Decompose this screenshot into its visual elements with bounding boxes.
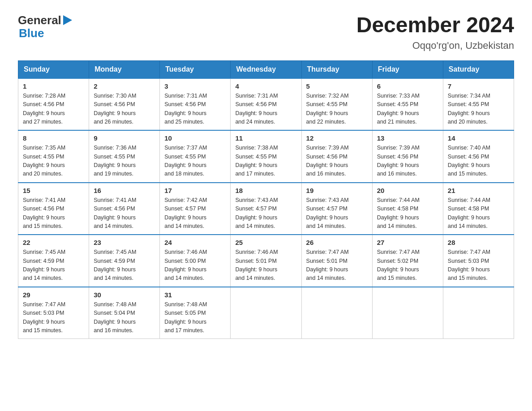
- week-row-5: 29 Sunrise: 7:47 AM Sunset: 5:03 PM Dayl…: [18, 287, 514, 339]
- day-info: Sunrise: 7:43 AM Sunset: 4:57 PM Dayligh…: [306, 196, 368, 231]
- day-number: 22: [23, 239, 84, 246]
- day-info: Sunrise: 7:31 AM Sunset: 4:56 PM Dayligh…: [235, 92, 296, 127]
- day-number: 11: [235, 134, 296, 142]
- calendar-cell: 30 Sunrise: 7:48 AM Sunset: 5:04 PM Dayl…: [89, 287, 160, 339]
- day-info: Sunrise: 7:48 AM Sunset: 5:04 PM Dayligh…: [94, 300, 155, 335]
- calendar-cell: 18 Sunrise: 7:43 AM Sunset: 4:57 PM Dayl…: [231, 183, 301, 235]
- day-number: 2: [94, 82, 155, 90]
- day-info: Sunrise: 7:47 AM Sunset: 5:01 PM Dayligh…: [306, 248, 368, 283]
- calendar-cell: 11 Sunrise: 7:38 AM Sunset: 4:55 PM Dayl…: [231, 130, 301, 183]
- day-number: 9: [94, 134, 155, 142]
- calendar-cell: 21 Sunrise: 7:44 AM Sunset: 4:58 PM Dayl…: [443, 183, 514, 235]
- day-number: 7: [448, 82, 509, 90]
- day-info: Sunrise: 7:39 AM Sunset: 4:56 PM Dayligh…: [306, 144, 368, 179]
- day-info: Sunrise: 7:41 AM Sunset: 4:56 PM Dayligh…: [94, 196, 155, 231]
- calendar-cell: 29 Sunrise: 7:47 AM Sunset: 5:03 PM Dayl…: [18, 287, 89, 339]
- day-info: Sunrise: 7:37 AM Sunset: 4:55 PM Dayligh…: [164, 144, 226, 179]
- day-number: 12: [306, 134, 368, 142]
- header-tuesday: Tuesday: [160, 60, 231, 78]
- day-number: 27: [377, 239, 438, 246]
- month-title: December 2024: [356, 13, 514, 37]
- day-number: 14: [448, 134, 509, 142]
- day-info: Sunrise: 7:32 AM Sunset: 4:55 PM Dayligh…: [306, 92, 368, 127]
- day-info: Sunrise: 7:45 AM Sunset: 4:59 PM Dayligh…: [23, 248, 84, 283]
- calendar-cell: 10 Sunrise: 7:37 AM Sunset: 4:55 PM Dayl…: [160, 130, 231, 183]
- week-row-2: 8 Sunrise: 7:35 AM Sunset: 4:55 PM Dayli…: [18, 130, 514, 183]
- calendar-cell: 15 Sunrise: 7:41 AM Sunset: 4:56 PM Dayl…: [18, 183, 89, 235]
- calendar-cell: 23 Sunrise: 7:45 AM Sunset: 4:59 PM Dayl…: [89, 235, 160, 287]
- calendar-cell: 1 Sunrise: 7:28 AM Sunset: 4:56 PM Dayli…: [18, 78, 89, 131]
- title-area: December 2024 Oqqo'rg'on, Uzbekistan: [356, 13, 514, 51]
- day-info: Sunrise: 7:44 AM Sunset: 4:58 PM Dayligh…: [377, 196, 438, 231]
- calendar-cell: 6 Sunrise: 7:33 AM Sunset: 4:55 PM Dayli…: [372, 78, 443, 131]
- day-number: 16: [94, 187, 155, 194]
- header-monday: Monday: [89, 60, 160, 78]
- day-number: 31: [164, 291, 226, 299]
- day-info: Sunrise: 7:47 AM Sunset: 5:03 PM Dayligh…: [23, 300, 84, 335]
- day-number: 10: [164, 134, 226, 142]
- day-info: Sunrise: 7:48 AM Sunset: 5:05 PM Dayligh…: [164, 300, 226, 335]
- calendar-cell: 16 Sunrise: 7:41 AM Sunset: 4:56 PM Dayl…: [89, 183, 160, 235]
- header-saturday: Saturday: [443, 60, 514, 78]
- day-info: Sunrise: 7:28 AM Sunset: 4:56 PM Dayligh…: [23, 92, 84, 127]
- calendar-cell: 12 Sunrise: 7:39 AM Sunset: 4:56 PM Dayl…: [301, 130, 372, 183]
- header-wednesday: Wednesday: [231, 60, 301, 78]
- calendar-cell: [301, 287, 372, 339]
- day-info: Sunrise: 7:46 AM Sunset: 5:01 PM Dayligh…: [235, 248, 296, 283]
- calendar-cell: 20 Sunrise: 7:44 AM Sunset: 4:58 PM Dayl…: [372, 183, 443, 235]
- day-info: Sunrise: 7:33 AM Sunset: 4:55 PM Dayligh…: [377, 92, 438, 127]
- day-info: Sunrise: 7:30 AM Sunset: 4:56 PM Dayligh…: [94, 92, 155, 127]
- logo-general-text: General: [18, 13, 61, 27]
- calendar-header-row: Sunday Monday Tuesday Wednesday Thursday…: [18, 60, 514, 78]
- day-info: Sunrise: 7:36 AM Sunset: 4:55 PM Dayligh…: [94, 144, 155, 179]
- day-number: 29: [23, 291, 84, 299]
- calendar-table: Sunday Monday Tuesday Wednesday Thursday…: [18, 60, 514, 339]
- calendar-cell: 27 Sunrise: 7:47 AM Sunset: 5:02 PM Dayl…: [372, 235, 443, 287]
- day-number: 13: [377, 134, 438, 142]
- calendar-cell: 3 Sunrise: 7:31 AM Sunset: 4:56 PM Dayli…: [160, 78, 231, 131]
- calendar-cell: 7 Sunrise: 7:34 AM Sunset: 4:55 PM Dayli…: [443, 78, 514, 131]
- page-header: General Blue December 2024 Oqqo'rg'on, U…: [18, 13, 514, 51]
- day-number: 28: [448, 239, 509, 246]
- day-number: 20: [377, 187, 438, 194]
- calendar-cell: 13 Sunrise: 7:39 AM Sunset: 4:56 PM Dayl…: [372, 130, 443, 183]
- header-sunday: Sunday: [18, 60, 89, 78]
- day-info: Sunrise: 7:46 AM Sunset: 5:00 PM Dayligh…: [164, 248, 226, 283]
- week-row-4: 22 Sunrise: 7:45 AM Sunset: 4:59 PM Dayl…: [18, 235, 514, 287]
- header-thursday: Thursday: [301, 60, 372, 78]
- svg-marker-0: [63, 15, 72, 25]
- day-number: 25: [235, 239, 296, 246]
- calendar-cell: 17 Sunrise: 7:42 AM Sunset: 4:57 PM Dayl…: [160, 183, 231, 235]
- day-info: Sunrise: 7:39 AM Sunset: 4:56 PM Dayligh…: [377, 144, 438, 179]
- logo: General Blue: [18, 13, 72, 39]
- day-number: 19: [306, 187, 368, 194]
- calendar-cell: 19 Sunrise: 7:43 AM Sunset: 4:57 PM Dayl…: [301, 183, 372, 235]
- day-info: Sunrise: 7:47 AM Sunset: 5:03 PM Dayligh…: [448, 248, 509, 283]
- day-info: Sunrise: 7:43 AM Sunset: 4:57 PM Dayligh…: [235, 196, 296, 231]
- day-info: Sunrise: 7:40 AM Sunset: 4:56 PM Dayligh…: [448, 144, 509, 179]
- calendar-cell: 5 Sunrise: 7:32 AM Sunset: 4:55 PM Dayli…: [301, 78, 372, 131]
- logo-blue-text: Blue: [19, 27, 44, 39]
- logo-arrow-icon: [63, 15, 72, 27]
- day-info: Sunrise: 7:44 AM Sunset: 4:58 PM Dayligh…: [448, 196, 509, 231]
- day-number: 8: [23, 134, 84, 142]
- calendar-cell: 26 Sunrise: 7:47 AM Sunset: 5:01 PM Dayl…: [301, 235, 372, 287]
- day-info: Sunrise: 7:47 AM Sunset: 5:02 PM Dayligh…: [377, 248, 438, 283]
- day-number: 18: [235, 187, 296, 194]
- week-row-3: 15 Sunrise: 7:41 AM Sunset: 4:56 PM Dayl…: [18, 183, 514, 235]
- day-number: 3: [164, 82, 226, 90]
- calendar-cell: 2 Sunrise: 7:30 AM Sunset: 4:56 PM Dayli…: [89, 78, 160, 131]
- day-number: 23: [94, 239, 155, 246]
- calendar-cell: 14 Sunrise: 7:40 AM Sunset: 4:56 PM Dayl…: [443, 130, 514, 183]
- week-row-1: 1 Sunrise: 7:28 AM Sunset: 4:56 PM Dayli…: [18, 78, 514, 131]
- calendar-cell: [372, 287, 443, 339]
- day-number: 4: [235, 82, 296, 90]
- day-number: 24: [164, 239, 226, 246]
- day-info: Sunrise: 7:35 AM Sunset: 4:55 PM Dayligh…: [23, 144, 84, 179]
- calendar-cell: 31 Sunrise: 7:48 AM Sunset: 5:05 PM Dayl…: [160, 287, 231, 339]
- day-number: 30: [94, 291, 155, 299]
- calendar-cell: 4 Sunrise: 7:31 AM Sunset: 4:56 PM Dayli…: [231, 78, 301, 131]
- day-number: 5: [306, 82, 368, 90]
- day-number: 1: [23, 82, 84, 90]
- location-text: Oqqo'rg'on, Uzbekistan: [356, 40, 514, 51]
